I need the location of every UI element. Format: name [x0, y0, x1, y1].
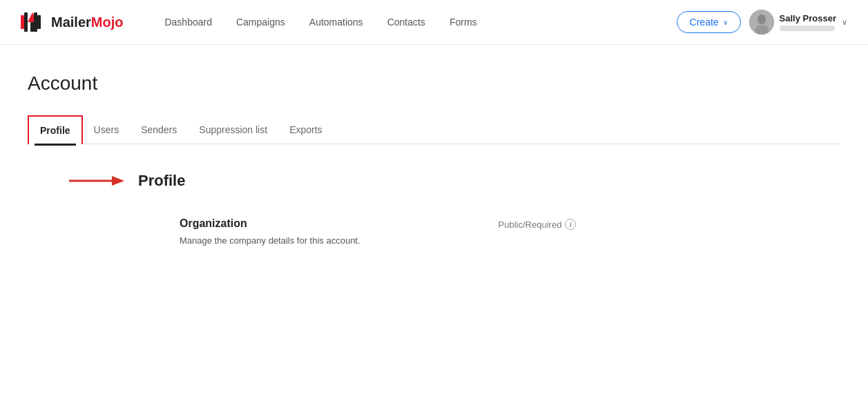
user-chevron-icon: ∨ [842, 18, 847, 27]
nav-forms[interactable]: Forms [450, 17, 477, 28]
tab-suppression-list[interactable]: Suppression list [188, 116, 278, 144]
create-button-label: Create [690, 17, 719, 28]
profile-section: Profile [28, 172, 840, 190]
create-chevron-icon: ∨ [723, 19, 728, 26]
svg-rect-3 [30, 22, 34, 32]
page-title: Account [28, 72, 840, 95]
main-header: MailerMojo Dashboard Campaigns Automatio… [0, 0, 868, 45]
tab-exports[interactable]: Exports [278, 116, 333, 144]
org-badge-label: Public/Required [499, 219, 562, 230]
logo-mailer: Mailer [51, 14, 91, 30]
user-sub [780, 26, 835, 31]
logo-mojo: Mojo [91, 14, 124, 30]
svg-rect-4 [34, 12, 37, 32]
create-button[interactable]: Create ∨ [677, 11, 741, 33]
user-name: Sally Prosser [780, 13, 836, 23]
info-icon[interactable]: i [565, 219, 576, 230]
user-info: Sally Prosser [780, 13, 836, 31]
org-section: Organization Manage the company details … [28, 217, 840, 248]
tab-users[interactable]: Users [83, 116, 131, 144]
nav-campaigns[interactable]: Campaigns [236, 17, 285, 28]
arrow-svg [69, 173, 124, 188]
nav-automations[interactable]: Automations [309, 17, 363, 28]
svg-rect-1 [24, 12, 28, 32]
org-row: Organization Manage the company details … [180, 217, 840, 248]
svg-point-7 [758, 14, 766, 24]
logo-icon [21, 12, 46, 32]
nav-dashboard[interactable]: Dashboard [164, 17, 212, 28]
org-description: Manage the company details for this acco… [180, 234, 360, 248]
logo-text: MailerMojo [51, 14, 123, 30]
nav-contacts[interactable]: Contacts [387, 17, 425, 28]
logo[interactable]: MailerMojo [21, 12, 123, 32]
svg-rect-0 [21, 15, 24, 29]
avatar [749, 10, 774, 35]
arrow-area [69, 173, 124, 188]
red-arrow-icon [69, 173, 124, 188]
main-nav: Dashboard Campaigns Automations Contacts… [164, 17, 676, 28]
avatar-image [749, 10, 774, 35]
svg-rect-5 [37, 15, 41, 29]
tab-senders[interactable]: Senders [130, 116, 188, 144]
page-content: Account Profile Users Senders Suppressio… [0, 45, 868, 248]
tabs-bar: Profile Users Senders Suppression list E… [28, 115, 840, 144]
header-right: Create ∨ Sally Prosser ∨ [677, 10, 847, 35]
avatar-svg [749, 10, 774, 35]
tab-profile[interactable]: Profile [28, 115, 83, 144]
user-menu[interactable]: Sally Prosser ∨ [749, 10, 847, 35]
org-details: Organization Manage the company details … [180, 217, 360, 248]
svg-marker-10 [112, 176, 124, 186]
org-title: Organization [180, 217, 360, 230]
profile-heading: Profile [138, 172, 185, 190]
org-badge: Public/Required i [499, 219, 577, 230]
